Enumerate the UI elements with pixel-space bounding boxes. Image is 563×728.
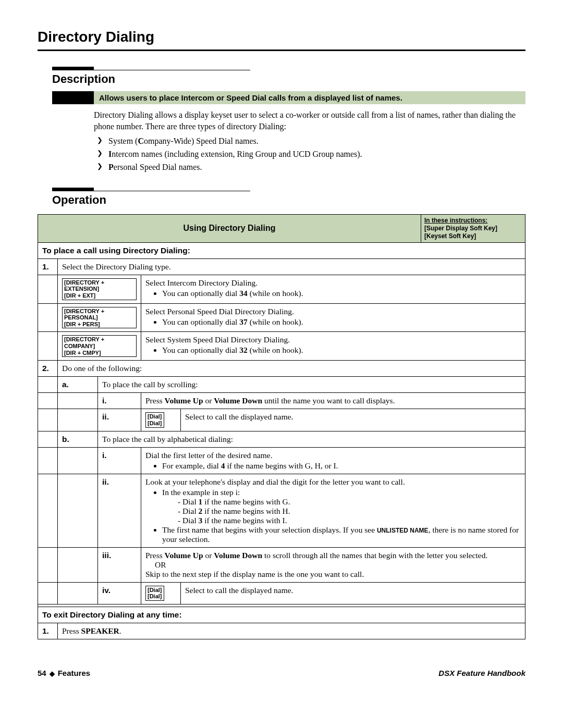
text: Select Intercom Directory Dialing. xyxy=(145,278,258,287)
cell-text: Dial the first letter of the desired nam… xyxy=(141,447,525,474)
roman-label: iii. xyxy=(98,547,141,582)
text: Dial the first letter of the desired nam… xyxy=(145,451,273,460)
text: [DIRECTORY + EXTENSION] xyxy=(64,279,104,292)
diamond-icon: ◆ xyxy=(50,670,55,677)
table-row: ii. Look at your telephone's display and… xyxy=(38,474,525,547)
text: You can optionally dial xyxy=(162,346,239,354)
table-row: ii. [Dial] [Dial] Select to call the dis… xyxy=(38,409,525,431)
footer-left: 54◆Features xyxy=(38,669,90,677)
text: or xyxy=(203,551,214,560)
table-title: Using Directory Dialing xyxy=(38,214,421,242)
text: ompany-Wide) Speed Dial names. xyxy=(144,137,259,145)
heading-black-bar-icon xyxy=(52,67,94,70)
text: Volume Down xyxy=(214,551,262,560)
description-intro: Directory Dialing allows a display keyse… xyxy=(94,109,525,132)
roman-label: ii. xyxy=(98,474,141,547)
softkey-cell: [DIRECTORY + EXTENSION] [DIR + EXT] xyxy=(58,275,141,303)
bullet-item: System (Company-Wide) Speed Dial names. xyxy=(94,135,525,148)
softkey-box: [Dial] [Dial] xyxy=(145,412,164,427)
softkey-box: [DIRECTORY + COMPANY] [DIR + CMPY] xyxy=(62,335,137,357)
text: or xyxy=(203,396,214,405)
text: - Dial xyxy=(178,507,199,515)
text: 32 xyxy=(239,346,248,354)
text: System ( xyxy=(108,137,138,145)
heading-black-bar-icon xyxy=(52,188,94,191)
section-text: To place a call using Directory Dialing: xyxy=(38,242,525,258)
cell-text: Press Volume Up or Volume Down to scroll… xyxy=(141,547,525,582)
text: . xyxy=(119,626,121,635)
softkey-cell: [DIRECTORY + PERSONAL] [DIR + PERS] xyxy=(58,303,141,332)
softkey-cell: [Dial] [Dial] xyxy=(141,409,181,431)
step-number: 1. xyxy=(38,623,58,639)
text: Press xyxy=(62,626,81,635)
empty-cell xyxy=(58,447,98,474)
page-footer: 54◆Features DSX Feature Handbook xyxy=(38,669,525,677)
substep-text: To place the call by alphabetical dialin… xyxy=(98,431,525,447)
text: [Dial] xyxy=(148,593,162,599)
text: Select System Speed Dial Directory Diali… xyxy=(145,335,290,344)
text: if the name begins with G. xyxy=(202,497,290,506)
empty-cell xyxy=(58,582,98,604)
description-bullet-list: System (Company-Wide) Speed Dial names. … xyxy=(94,135,525,174)
text: [DIR + PERS] xyxy=(64,321,100,327)
softkey-cell: [Dial] [Dial] xyxy=(141,582,181,604)
text: [DIRECTORY + PERSONAL] xyxy=(64,308,104,321)
text: Volume Down xyxy=(214,396,262,405)
roman-label: i. xyxy=(98,393,141,409)
table-instructions: In these instructions: [Super Display So… xyxy=(421,214,525,242)
empty-cell xyxy=(38,409,58,431)
heading-rule xyxy=(94,70,250,70)
text: Skip to the next step if the display nam… xyxy=(145,570,364,578)
table-row: 1. Press SPEAKER. xyxy=(38,623,525,639)
cell-text: Select to call the displayed name. xyxy=(181,409,525,431)
step-number: 2. xyxy=(38,361,58,377)
section-text: To exit Directory Dialing at any time: xyxy=(38,607,525,623)
empty-cell xyxy=(38,393,58,409)
text: [DIR + EXT] xyxy=(64,292,95,299)
list-item: You can optionally dial 37 (while on hoo… xyxy=(162,317,521,327)
text: (while on hook). xyxy=(248,346,303,354)
table-row: 1. Select the Directory Dialing type. xyxy=(38,258,525,275)
bullet-item: Personal Speed Dial names. xyxy=(94,161,525,174)
text: [Keyset Soft Key] xyxy=(424,232,476,240)
list-item: The first name that begins with your sel… xyxy=(162,525,521,544)
softkey-box: [DIRECTORY + PERSONAL] [DIR + PERS] xyxy=(62,307,137,329)
text: if the name begins with I. xyxy=(202,516,287,525)
table-row: [DIRECTORY + EXTENSION] [DIR + EXT] Sele… xyxy=(38,275,525,303)
text: You can optionally dial xyxy=(162,289,239,298)
text: 4 xyxy=(221,461,225,470)
table-row: i. Dial the first letter of the desired … xyxy=(38,447,525,474)
text: - Dial xyxy=(178,516,199,525)
table-row: i. Press Volume Up or Volume Down until … xyxy=(38,393,525,409)
text: [Super Display Soft Key] xyxy=(424,225,497,232)
empty-cell xyxy=(58,409,98,431)
text: (while on hook). xyxy=(248,317,303,326)
table-row: iii. Press Volume Up or Volume Down to s… xyxy=(38,547,525,582)
table-row: b. To place the call by alphabetical dia… xyxy=(38,431,525,447)
roman-label: ii. xyxy=(98,409,141,431)
softkey-box: [DIRECTORY + EXTENSION] [DIR + EXT] xyxy=(62,278,137,300)
substep-label: b. xyxy=(58,431,98,447)
empty-cell xyxy=(58,547,98,582)
text: [Dial] xyxy=(148,413,162,419)
title-rule xyxy=(38,50,525,51)
table-row: a. To place the call by scrolling: xyxy=(38,377,525,393)
text: Volume Up xyxy=(165,551,203,560)
text: In these instructions: xyxy=(424,217,487,224)
text: Press xyxy=(145,396,165,405)
empty-cell xyxy=(38,474,58,547)
text: until the name you want to call displays… xyxy=(262,396,395,405)
text: (while on hook). xyxy=(248,289,303,298)
text: UNLISTED NAME xyxy=(377,527,429,534)
summary-black-bar-icon xyxy=(52,91,94,104)
text: Volume Up xyxy=(165,396,203,405)
description-heading: Description xyxy=(52,72,525,86)
table-row: 2. Do one of the following: xyxy=(38,361,525,377)
text: SPEAKER xyxy=(81,626,119,635)
text: 34 xyxy=(239,289,248,298)
empty-cell xyxy=(58,393,98,409)
bullet-item: Intercom names (including extension, Rin… xyxy=(94,148,525,161)
list-item: You can optionally dial 32 (while on hoo… xyxy=(162,346,521,355)
operation-heading-block: Operation xyxy=(52,188,525,207)
text: to scroll through all the names that beg… xyxy=(262,551,487,560)
